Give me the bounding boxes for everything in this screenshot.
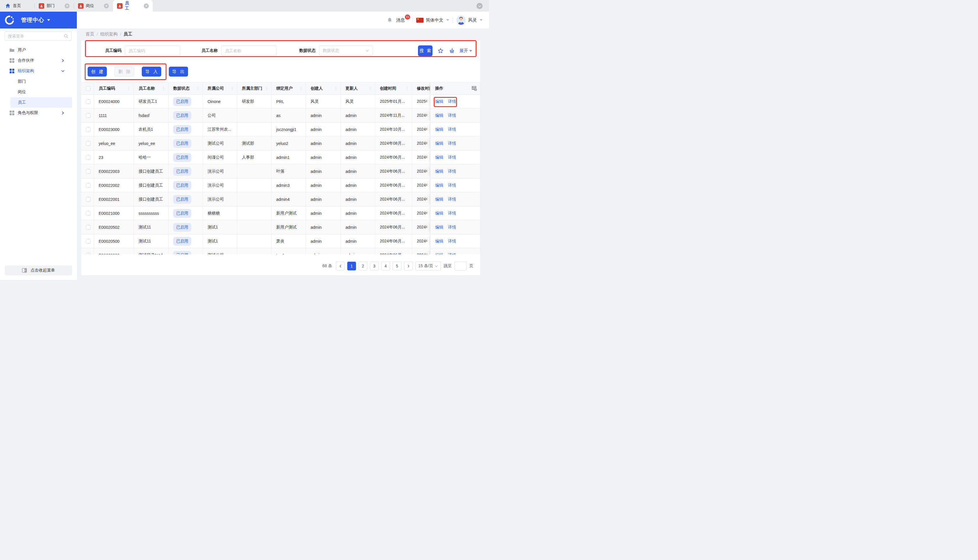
search-button[interactable]: 搜 索 bbox=[418, 45, 433, 56]
edit-link[interactable]: 编辑 bbox=[435, 113, 443, 118]
column-header-code[interactable]: 员工编码⋮ bbox=[94, 82, 134, 95]
employee-code-input[interactable] bbox=[125, 46, 180, 56]
tab-close-icon[interactable]: ✕ bbox=[104, 3, 109, 8]
row-checkbox[interactable] bbox=[86, 113, 90, 118]
menu-search-box[interactable] bbox=[5, 32, 72, 40]
edit-link[interactable]: 编辑 bbox=[435, 155, 443, 160]
data-status-select[interactable]: 数据状态 bbox=[319, 46, 373, 56]
edit-link[interactable]: 编辑 bbox=[435, 253, 443, 255]
sidebar-item-position[interactable]: 岗位 bbox=[0, 87, 77, 97]
column-header-updater[interactable]: 更新人⋮ bbox=[341, 82, 375, 95]
next-page-button[interactable] bbox=[404, 262, 413, 270]
tab-close-icon[interactable]: ✕ bbox=[144, 3, 149, 8]
app-brand[interactable]: 管理中心 bbox=[0, 12, 77, 28]
tab-employee-active[interactable]: 员工 ✕ bbox=[113, 0, 153, 12]
expand-toggle[interactable]: 展开 bbox=[459, 48, 472, 53]
detail-link[interactable]: 详情 bbox=[448, 127, 456, 132]
row-checkbox[interactable] bbox=[86, 169, 90, 174]
detail-link[interactable]: 详情 bbox=[448, 169, 456, 174]
tabbar-collapse-chevron-icon[interactable] bbox=[477, 3, 483, 9]
detail-link[interactable]: 详情 bbox=[448, 99, 456, 104]
export-button[interactable]: 导 出 bbox=[169, 67, 188, 77]
column-header-modified[interactable]: 修改时间 bbox=[412, 82, 430, 95]
detail-link[interactable]: 详情 bbox=[448, 239, 456, 244]
column-config-icon[interactable] bbox=[472, 85, 477, 91]
column-header-created[interactable]: 创建时间⋮ bbox=[375, 82, 412, 95]
detail-link[interactable]: 详情 bbox=[448, 155, 456, 160]
column-menu-kebab-icon[interactable]: ⋮ bbox=[196, 86, 200, 90]
page-button-3[interactable]: 3 bbox=[370, 262, 379, 270]
row-checkbox[interactable] bbox=[86, 211, 90, 216]
page-button-2[interactable]: 2 bbox=[358, 262, 367, 270]
page-button-1[interactable]: 1 bbox=[347, 262, 356, 270]
column-menu-kebab-icon[interactable]: ⋮ bbox=[162, 86, 165, 90]
favorite-star-icon[interactable] bbox=[437, 47, 443, 54]
menu-search-input[interactable] bbox=[8, 34, 64, 38]
user-menu[interactable]: 风灵 bbox=[457, 15, 483, 25]
edit-link[interactable]: 编辑 bbox=[435, 239, 443, 244]
detail-link[interactable]: 详情 bbox=[448, 113, 456, 118]
sidebar-item-partners[interactable]: 合作伙伴 bbox=[0, 55, 77, 66]
tab-home[interactable]: 首页 bbox=[0, 0, 34, 12]
sidebar-item-department[interactable]: 部门 bbox=[0, 76, 77, 87]
sidebar-item-users[interactable]: 用户 bbox=[0, 45, 77, 55]
sidebar-item-organization[interactable]: 组织架构 bbox=[0, 66, 77, 76]
page-button-5[interactable]: 5 bbox=[393, 262, 402, 270]
delete-button[interactable]: 删 除 bbox=[114, 67, 134, 77]
breadcrumb-home[interactable]: 首页 bbox=[86, 32, 94, 37]
select-all-checkbox[interactable] bbox=[86, 86, 90, 91]
create-button[interactable]: 创 建 bbox=[88, 67, 107, 77]
jump-page-input[interactable] bbox=[454, 262, 467, 270]
column-menu-kebab-icon[interactable]: ⋮ bbox=[265, 86, 268, 90]
tab-position[interactable]: 岗位 ✕ bbox=[74, 0, 113, 12]
column-header-action[interactable]: 操作 bbox=[430, 82, 480, 95]
tab-department[interactable]: 部门 ✕ bbox=[35, 0, 73, 12]
sidebar-item-employee[interactable]: 员工 bbox=[10, 97, 72, 108]
breadcrumb-organization[interactable]: 组织架构 bbox=[100, 32, 118, 37]
page-size-select[interactable]: 15 条/页 bbox=[415, 262, 441, 270]
column-header-user[interactable]: 绑定用户⋮ bbox=[272, 82, 306, 95]
row-checkbox[interactable] bbox=[86, 155, 90, 160]
messages-button[interactable]: 消息 15 bbox=[396, 17, 405, 23]
prev-page-button[interactable] bbox=[336, 262, 345, 270]
column-menu-kebab-icon[interactable]: ⋮ bbox=[334, 86, 338, 90]
column-menu-kebab-icon[interactable]: ⋮ bbox=[230, 86, 234, 90]
column-header-dept[interactable]: 所属主部门⋮ bbox=[237, 82, 272, 95]
edit-link[interactable]: 编辑 bbox=[435, 141, 443, 146]
column-header-company[interactable]: 所属公司⋮ bbox=[203, 82, 237, 95]
detail-link[interactable]: 详情 bbox=[448, 197, 456, 202]
import-button[interactable]: 导 入 bbox=[142, 67, 161, 77]
edit-link[interactable]: 编辑 bbox=[435, 183, 443, 188]
clear-broom-icon[interactable] bbox=[448, 47, 455, 54]
row-checkbox[interactable] bbox=[86, 127, 90, 132]
edit-link[interactable]: 编辑 bbox=[435, 169, 443, 174]
edit-link[interactable]: 编辑 bbox=[435, 197, 443, 202]
language-selector[interactable]: 简体中文 bbox=[416, 17, 449, 23]
detail-link[interactable]: 详情 bbox=[448, 183, 456, 188]
page-button-4[interactable]: 4 bbox=[381, 262, 390, 270]
employee-name-input[interactable] bbox=[221, 46, 277, 56]
sidebar-item-roles[interactable]: 角色与权限 bbox=[0, 108, 77, 118]
column-menu-kebab-icon[interactable]: ⋮ bbox=[127, 86, 131, 90]
column-header-name[interactable]: 员工名称⋮ bbox=[134, 82, 168, 95]
app-switch-caret-icon[interactable] bbox=[47, 19, 50, 21]
row-checkbox[interactable] bbox=[86, 99, 90, 104]
edit-link[interactable]: 编辑 bbox=[435, 225, 443, 230]
row-checkbox[interactable] bbox=[86, 197, 90, 202]
edit-link[interactable]: 编辑 bbox=[435, 211, 443, 216]
row-checkbox[interactable] bbox=[86, 183, 90, 188]
collapse-menu-button[interactable]: 点击收起菜单 bbox=[5, 265, 72, 275]
edit-link[interactable]: 编辑 bbox=[435, 99, 443, 104]
row-checkbox[interactable] bbox=[86, 253, 90, 255]
row-checkbox[interactable] bbox=[86, 225, 90, 230]
column-menu-kebab-icon[interactable]: ⋮ bbox=[299, 86, 303, 90]
detail-link[interactable]: 详情 bbox=[448, 211, 456, 216]
tab-close-icon[interactable]: ✕ bbox=[65, 3, 70, 8]
bell-icon[interactable] bbox=[387, 17, 393, 23]
column-menu-kebab-icon[interactable]: ⋮ bbox=[368, 86, 372, 90]
column-header-creator[interactable]: 创建人⋮ bbox=[306, 82, 341, 95]
detail-link[interactable]: 详情 bbox=[448, 253, 456, 255]
column-menu-kebab-icon[interactable]: ⋮ bbox=[405, 86, 409, 90]
detail-link[interactable]: 详情 bbox=[448, 225, 456, 230]
row-checkbox[interactable] bbox=[86, 141, 90, 146]
